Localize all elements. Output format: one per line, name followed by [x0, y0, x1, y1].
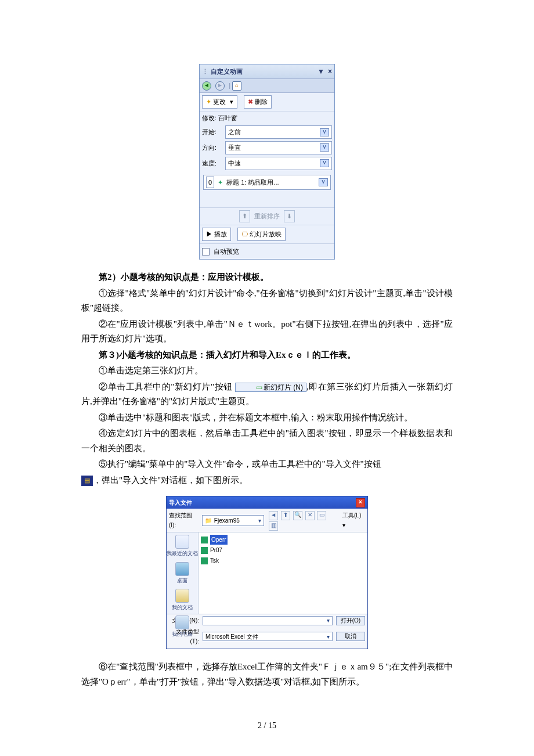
q2-step1: ①选择"格式"菜单中的"幻灯片设计"命令,"任务窗格"切换到"幻灯片设计"主题页… [81, 286, 453, 316]
q3-step1: ①单击选定第三张幻灯片。 [81, 363, 453, 379]
dialog-footer: 文件名(N): ▾ 打开(O) 文件类型(T): Microsoft Excel… [167, 614, 367, 649]
auto-preview-row: 自动预览 [200, 243, 334, 260]
places-bar: 我最近的文档 桌面 我的文档 我的电脑 [167, 532, 199, 614]
new-slide-button[interactable]: ▭新幻灯片 (N) [235, 383, 306, 392]
place-desktop[interactable]: 桌面 [175, 562, 189, 585]
mycomp-icon [175, 615, 189, 629]
auto-preview-label: 自动预览 [214, 248, 239, 255]
play-icon: ▶ [206, 231, 212, 237]
chevron-down-icon: v [320, 128, 329, 136]
speed-label: 速度: [202, 158, 225, 169]
chevron-down-icon: ▾ [258, 516, 261, 525]
q3-step4: ④选定幻灯片中的图表框，然后单击工具栏中的"插入图表"按钮，即显示一个样板数据表… [81, 426, 453, 456]
slideshow-label: 幻灯片放映 [250, 231, 282, 237]
chevron-down-icon[interactable]: v [319, 178, 328, 186]
chevron-down-icon: v [320, 159, 329, 167]
start-label: 开始: [202, 127, 225, 138]
change-button[interactable]: ✦ 更改 ▾ [202, 95, 237, 109]
filetype-value: Microsoft Excel 文件 [205, 632, 258, 642]
direction-combo[interactable]: 垂直 v [225, 141, 332, 154]
dialog-title: 导入文件 [169, 498, 192, 507]
lookin-combo[interactable]: 📁 Fjexam95 ▾ [202, 515, 264, 526]
direction-row: 方向: 垂直 v [200, 140, 334, 156]
q3-step2-a: ②单击工具栏中的"新幻灯片"按钮 [99, 382, 233, 391]
import-file-dialog: 导入文件 × 查找范围(I): 📁 Fjexam95 ▾ ◄ ⬆ 🔍 ✕ ▭ ▥ [166, 496, 368, 649]
up-icon[interactable]: ⬆ [281, 511, 290, 520]
panel-titlebar[interactable]: ⋮ 自定义动画 ▼ × [200, 64, 334, 79]
nav-back-icon[interactable]: ◄ [202, 81, 211, 91]
drag-handle-icon[interactable]: ⋮ [202, 66, 208, 77]
play-row: ▶ 播放 🖵 幻灯片放映 [200, 225, 334, 243]
panel-dropdown-icon[interactable]: ▼ [317, 66, 324, 77]
speed-value: 中速 [228, 158, 241, 169]
page-number: 2 / 15 [0, 719, 534, 733]
panel-title: 自定义动画 [211, 66, 243, 77]
panel-toolbar: ✦ 更改 ▾ ✖ 删除 [200, 93, 334, 111]
filetype-label: 文件类型(T): [169, 627, 199, 646]
excel-file-icon [201, 537, 208, 543]
panel-nav-row: ◄ ► | ⌂ [200, 79, 334, 93]
file-item[interactable]: Operr [201, 535, 365, 545]
cancel-button[interactable]: 取消 [336, 632, 365, 641]
filetype-combo[interactable]: Microsoft Excel 文件 ▾ [203, 632, 333, 641]
start-value: 之前 [228, 127, 241, 138]
panel-close-icon[interactable]: × [328, 66, 332, 77]
place-mydocs[interactable]: 我的文档 [172, 589, 193, 612]
delete-icon[interactable]: ✕ [305, 511, 315, 520]
place-recent-label: 我最近的文档 [167, 549, 198, 558]
delete-x-icon: ✖ [248, 98, 253, 105]
change-label: 更改 [213, 98, 226, 105]
file-list[interactable]: Operr Pr07 Tsk [199, 532, 367, 614]
file-name: Tsk [210, 556, 219, 566]
speed-row: 速度: 中速 v [200, 156, 334, 171]
views-icon[interactable]: ▥ [269, 521, 278, 531]
animation-list-item[interactable]: 0 ✦ 标题 1: 药品取用... v [203, 175, 331, 190]
q3-heading: 第３)小题考核的知识点是：插入幻灯片和导入Exｃｅｌ的工作表。 [81, 348, 453, 363]
q3-step6: ⑥在"查找范围"列表框中，选择存放Excel工作簿的文件夹"Ｆｊｅｘam９５";… [81, 660, 453, 689]
effect-icon: ✦ [218, 177, 223, 188]
list-index: 0 [206, 177, 214, 189]
q3-step5-line2: ▤，弹出"导入文件"对话框，如下图所示。 [81, 473, 453, 488]
reorder-up-button: ⬆ [239, 210, 250, 222]
nav-forward-icon: ► [215, 81, 225, 91]
search-icon[interactable]: 🔍 [293, 511, 302, 520]
speed-combo[interactable]: 中速 v [225, 157, 332, 170]
place-mydocs-label: 我的文档 [172, 603, 193, 612]
slideshow-icon: 🖵 [241, 231, 248, 237]
start-combo[interactable]: 之前 v [225, 125, 332, 139]
newfolder-icon[interactable]: ▭ [317, 511, 326, 520]
new-slide-label: 新幻灯片 (N) [264, 383, 303, 391]
slideshow-button[interactable]: 🖵 幻灯片放映 [237, 228, 286, 241]
open-button[interactable]: 打开(O) [336, 616, 365, 625]
mydocs-icon [175, 589, 189, 603]
modify-label: 修改: 百叶窗 [202, 113, 237, 124]
reorder-label: 重新排序 [254, 213, 280, 219]
q3-step3: ③单击选中"标题和图表"版式，并在标题文本框中,输入：粉末取用操作情况统计。 [81, 411, 453, 426]
recent-icon [175, 535, 189, 549]
dialog-toolbar: ◄ ⬆ 🔍 ✕ ▭ ▥ [268, 510, 337, 531]
reorder-down-button: ⬇ [284, 210, 295, 222]
auto-preview-checkbox[interactable] [202, 248, 210, 255]
place-recent[interactable]: 我最近的文档 [167, 535, 198, 558]
desktop-icon [175, 562, 189, 576]
reorder-row: ⬆ 重新排序 ⬇ [200, 207, 334, 225]
play-button[interactable]: ▶ 播放 [202, 228, 231, 241]
dialog-close-icon[interactable]: × [356, 498, 365, 507]
custom-animation-panel: ⋮ 自定义动画 ▼ × ◄ ► | ⌂ ✦ 更改 ▾ ✖ 删 [199, 64, 335, 260]
filename-input[interactable]: ▾ [203, 616, 333, 625]
file-item[interactable]: Tsk [201, 556, 365, 566]
delete-button[interactable]: ✖ 删除 [244, 95, 272, 109]
direction-value: 垂直 [228, 142, 241, 153]
star-icon: ✦ [206, 98, 211, 105]
nav-home-icon[interactable]: ⌂ [232, 81, 241, 91]
back-icon[interactable]: ◄ [269, 511, 278, 520]
dialog-titlebar[interactable]: 导入文件 × [167, 496, 367, 509]
q2-heading: 第2）小题考核的知识点是：应用设计模板。 [81, 270, 453, 285]
folder-icon: 📁 [205, 516, 212, 525]
divider: | [229, 82, 230, 89]
file-item[interactable]: Pr07 [201, 545, 365, 555]
tools-menu[interactable]: 工具(L) ▾ [342, 510, 365, 530]
import-file-icon[interactable]: ▤ [81, 476, 93, 486]
q3-step5-line1: ⑤执行"编辑"菜单中的"导入文件"命令，或单击工具栏中的"导入文件"按钮 [81, 457, 453, 472]
new-slide-icon: ▭ [256, 383, 262, 391]
